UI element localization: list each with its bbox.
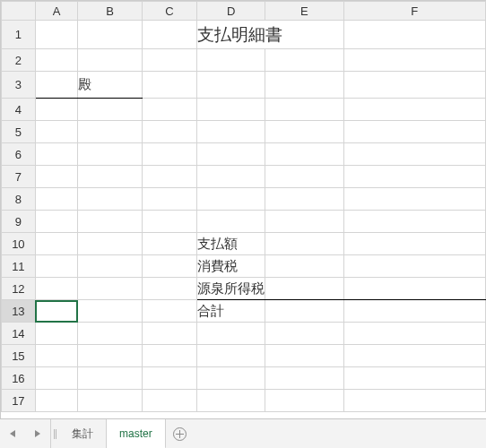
cell-f3[interactable] bbox=[343, 72, 485, 99]
cell-e14[interactable] bbox=[265, 323, 343, 345]
cell-c6[interactable] bbox=[142, 143, 196, 166]
cell-a13[interactable] bbox=[35, 300, 78, 323]
cell-a4[interactable] bbox=[35, 99, 78, 121]
cell-c3[interactable] bbox=[142, 72, 196, 99]
row-header-3[interactable]: 3 bbox=[2, 72, 36, 99]
cell-b11[interactable] bbox=[78, 255, 142, 278]
cell-f13[interactable] bbox=[343, 300, 485, 323]
cell-d3[interactable] bbox=[197, 72, 265, 99]
row-header-12[interactable]: 12 bbox=[2, 278, 36, 300]
cell-b7[interactable] bbox=[78, 166, 142, 188]
cell-d10[interactable]: 支払額 bbox=[197, 233, 265, 255]
cell-c16[interactable] bbox=[142, 367, 196, 390]
cell-e7[interactable] bbox=[265, 166, 343, 188]
cell-f12[interactable] bbox=[343, 278, 485, 300]
cell-f6[interactable] bbox=[343, 143, 485, 166]
cell-f7[interactable] bbox=[343, 166, 485, 188]
cell-c17[interactable] bbox=[142, 390, 196, 412]
row-header-4[interactable]: 4 bbox=[2, 99, 36, 121]
column-header-f[interactable]: F bbox=[343, 2, 485, 21]
sheet-tab-1[interactable]: 集計 bbox=[59, 419, 107, 448]
cell-c14[interactable] bbox=[142, 323, 196, 345]
cell-d2[interactable] bbox=[197, 49, 265, 72]
select-all-corner[interactable] bbox=[2, 2, 36, 21]
cell-a9[interactable] bbox=[35, 211, 78, 233]
cell-c13[interactable] bbox=[142, 300, 196, 323]
cell-c1[interactable] bbox=[142, 21, 196, 49]
row-header-10[interactable]: 10 bbox=[2, 233, 36, 255]
cell-d5[interactable] bbox=[197, 121, 265, 143]
cell-d6[interactable] bbox=[197, 143, 265, 166]
cell-e10[interactable] bbox=[265, 233, 343, 255]
cell-c2[interactable] bbox=[142, 49, 196, 72]
cell-b12[interactable] bbox=[78, 278, 142, 300]
tab-split-handle[interactable] bbox=[51, 419, 59, 448]
cell-d13[interactable]: 合計 bbox=[197, 300, 265, 323]
cell-f15[interactable] bbox=[343, 345, 485, 367]
row-header-13[interactable]: 13 bbox=[2, 300, 36, 323]
cell-a1[interactable] bbox=[35, 21, 78, 49]
cell-e15[interactable] bbox=[265, 345, 343, 367]
cell-e17[interactable] bbox=[265, 390, 343, 412]
row-header-5[interactable]: 5 bbox=[2, 121, 36, 143]
cell-d11[interactable]: 消費税 bbox=[197, 255, 265, 278]
row-header-17[interactable]: 17 bbox=[2, 390, 36, 412]
cell-a12[interactable] bbox=[35, 278, 78, 300]
row-header-15[interactable]: 15 bbox=[2, 345, 36, 367]
cell-d1[interactable]: 支払明細書 bbox=[197, 21, 343, 49]
cell-c12[interactable] bbox=[142, 278, 196, 300]
column-header-e[interactable]: E bbox=[265, 2, 343, 21]
cell-d16[interactable] bbox=[197, 367, 265, 390]
nav-next-icon[interactable] bbox=[35, 430, 40, 437]
cell-e6[interactable] bbox=[265, 143, 343, 166]
cell-a14[interactable] bbox=[35, 323, 78, 345]
cell-e2[interactable] bbox=[265, 49, 343, 72]
cell-b13[interactable] bbox=[78, 300, 142, 323]
cell-e13[interactable] bbox=[265, 300, 343, 323]
cell-b1[interactable] bbox=[78, 21, 142, 49]
cell-f5[interactable] bbox=[343, 121, 485, 143]
row-header-11[interactable]: 11 bbox=[2, 255, 36, 278]
cell-f8[interactable] bbox=[343, 188, 485, 211]
cell-e11[interactable] bbox=[265, 255, 343, 278]
cell-d15[interactable] bbox=[197, 345, 265, 367]
column-header-d[interactable]: D bbox=[197, 2, 265, 21]
row-header-8[interactable]: 8 bbox=[2, 188, 36, 211]
cell-f14[interactable] bbox=[343, 323, 485, 345]
cell-b8[interactable] bbox=[78, 188, 142, 211]
cell-e8[interactable] bbox=[265, 188, 343, 211]
spreadsheet-grid[interactable]: A B C D E F 1 支払明細書 2 3 殿 bbox=[0, 0, 486, 418]
cell-e16[interactable] bbox=[265, 367, 343, 390]
cell-e5[interactable] bbox=[265, 121, 343, 143]
cell-c4[interactable] bbox=[142, 99, 196, 121]
cell-b9[interactable] bbox=[78, 211, 142, 233]
cell-a10[interactable] bbox=[35, 233, 78, 255]
column-header-c[interactable]: C bbox=[142, 2, 196, 21]
row-header-1[interactable]: 1 bbox=[2, 21, 36, 49]
cell-a6[interactable] bbox=[35, 143, 78, 166]
cell-e9[interactable] bbox=[265, 211, 343, 233]
add-sheet-button[interactable] bbox=[166, 419, 195, 448]
cell-c15[interactable] bbox=[142, 345, 196, 367]
cell-a11[interactable] bbox=[35, 255, 78, 278]
cell-f9[interactable] bbox=[343, 211, 485, 233]
cell-d14[interactable] bbox=[197, 323, 265, 345]
cell-b4[interactable] bbox=[78, 99, 142, 121]
cell-b3[interactable]: 殿 bbox=[78, 72, 142, 99]
cell-a17[interactable] bbox=[35, 390, 78, 412]
cell-a16[interactable] bbox=[35, 367, 78, 390]
cell-f4[interactable] bbox=[343, 99, 485, 121]
cell-b17[interactable] bbox=[78, 390, 142, 412]
cell-c10[interactable] bbox=[142, 233, 196, 255]
row-header-2[interactable]: 2 bbox=[2, 49, 36, 72]
cell-d7[interactable] bbox=[197, 166, 265, 188]
cell-c9[interactable] bbox=[142, 211, 196, 233]
row-header-9[interactable]: 9 bbox=[2, 211, 36, 233]
cell-e3[interactable] bbox=[265, 72, 343, 99]
cell-a2[interactable] bbox=[35, 49, 78, 72]
cell-a15[interactable] bbox=[35, 345, 78, 367]
cell-c8[interactable] bbox=[142, 188, 196, 211]
cell-f17[interactable] bbox=[343, 390, 485, 412]
cell-d12[interactable]: 源泉所得税 bbox=[197, 278, 265, 300]
cell-b2[interactable] bbox=[78, 49, 142, 72]
